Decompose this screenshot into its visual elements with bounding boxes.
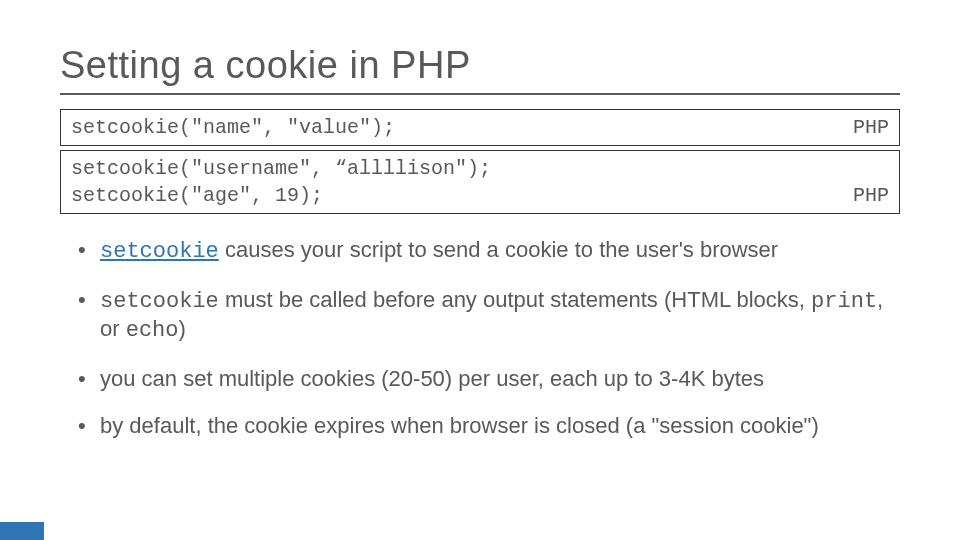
bullet-2: setcookie must be called before any outp… (78, 286, 900, 345)
inline-code-echo: echo (126, 318, 179, 343)
accent-bar (0, 522, 44, 540)
bullet-list: setcookie causes your script to send a c… (60, 236, 900, 440)
code-lang-label: PHP (853, 182, 889, 209)
inline-code-print: print (811, 289, 877, 314)
code-block-2: setcookie("username", “allllison"); setc… (60, 150, 900, 214)
bullet-4: by default, the cookie expires when brow… (78, 412, 900, 440)
code-line-1: setcookie("username", “allllison"); (71, 155, 889, 182)
page-title: Setting a cookie in PHP (60, 44, 900, 95)
setcookie-link[interactable]: setcookie (100, 239, 219, 264)
code-line-2: setcookie("age", 19); (71, 182, 889, 209)
code-block-1: setcookie("name", "value"); PHP (60, 109, 900, 146)
code-text: setcookie("name", "value"); (71, 116, 395, 139)
bullet-3: you can set multiple cookies (20-50) per… (78, 365, 900, 393)
bullet-2-text-c: ) (179, 316, 186, 341)
inline-code-setcookie: setcookie (100, 289, 219, 314)
bullet-1-text: causes your script to send a cookie to t… (219, 237, 778, 262)
code-lang-label: PHP (853, 114, 889, 141)
bullet-2-text-a: must be called before any output stateme… (219, 287, 811, 312)
bullet-1: setcookie causes your script to send a c… (78, 236, 900, 266)
